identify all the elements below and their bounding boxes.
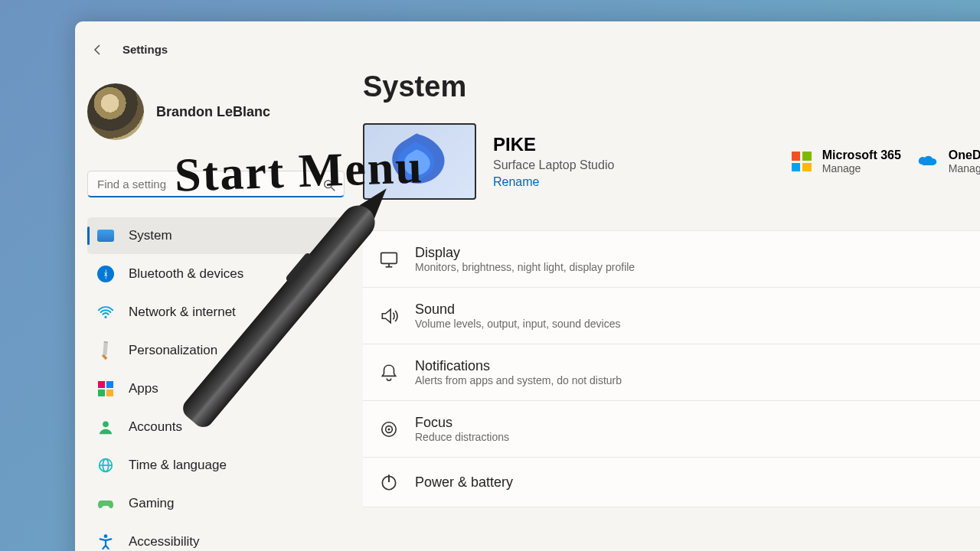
nav-item-time-language[interactable]: Time & language bbox=[87, 447, 348, 484]
notifications-icon bbox=[378, 362, 400, 383]
nav-label: System bbox=[129, 228, 338, 243]
search-icon bbox=[322, 178, 336, 195]
row-title: Display bbox=[415, 245, 635, 261]
row-focus[interactable]: Focus Reduce distractions bbox=[363, 401, 980, 458]
avatar bbox=[87, 83, 144, 140]
content-area: System PIKE Surface Laptop Studio Rename bbox=[354, 21, 980, 551]
nav-item-personalization[interactable]: Personalization bbox=[87, 332, 348, 369]
nav-label: Gaming bbox=[129, 496, 338, 511]
accessibility-icon bbox=[96, 533, 115, 551]
svg-line-1 bbox=[332, 187, 335, 191]
sound-icon bbox=[378, 305, 400, 327]
personalization-icon bbox=[93, 337, 119, 364]
page-heading: System bbox=[363, 70, 980, 103]
row-subtitle: Alerts from apps and system, do not dist… bbox=[415, 374, 622, 386]
device-summary: PIKE Surface Laptop Studio Rename Micros… bbox=[363, 123, 980, 200]
microsoft365-title: Microsoft 365 bbox=[822, 148, 901, 162]
svg-point-2 bbox=[104, 316, 106, 318]
gaming-icon bbox=[96, 494, 115, 513]
svg-rect-9 bbox=[381, 253, 397, 263]
nav-item-accessibility[interactable]: Accessibility bbox=[87, 523, 348, 551]
row-power[interactable]: Power & battery bbox=[363, 458, 980, 507]
apps-icon bbox=[96, 380, 115, 398]
nav-item-network[interactable]: Network & internet bbox=[87, 294, 348, 331]
device-name: PIKE bbox=[493, 134, 614, 155]
system-icon bbox=[96, 227, 115, 245]
onedrive-title: OneDrive bbox=[949, 148, 980, 162]
nav-label: Personalization bbox=[129, 343, 338, 358]
titlebar: Settings bbox=[87, 34, 348, 65]
device-thumbnail[interactable] bbox=[363, 123, 476, 200]
row-sound[interactable]: Sound Volume levels, output, input, soun… bbox=[363, 288, 980, 344]
nav-label: Accounts bbox=[129, 419, 338, 435]
settings-list: Display Monitors, brightness, night ligh… bbox=[363, 230, 980, 507]
nav-label: Network & internet bbox=[129, 305, 338, 320]
row-subtitle: Monitors, brightness, night light, displ… bbox=[415, 261, 635, 273]
back-arrow-icon bbox=[92, 44, 104, 56]
nav-label: Apps bbox=[129, 381, 338, 396]
row-title: Sound bbox=[415, 302, 621, 318]
display-icon bbox=[378, 249, 400, 270]
windows-bloom-icon bbox=[374, 127, 466, 196]
rename-link[interactable]: Rename bbox=[493, 175, 614, 189]
profile-name: Brandon LeBlanc bbox=[156, 104, 270, 120]
microsoft365-action: Manage bbox=[822, 162, 901, 174]
search-field[interactable] bbox=[87, 171, 345, 197]
wifi-icon bbox=[96, 303, 115, 321]
row-display[interactable]: Display Monitors, brightness, night ligh… bbox=[363, 230, 980, 288]
row-title: Notifications bbox=[415, 358, 622, 374]
nav-label: Accessibility bbox=[129, 534, 338, 549]
svg-point-4 bbox=[103, 421, 109, 427]
power-icon bbox=[378, 471, 400, 493]
nav-item-gaming[interactable]: Gaming bbox=[87, 485, 348, 522]
device-info: PIKE Surface Laptop Studio Rename bbox=[493, 134, 614, 189]
row-subtitle: Volume levels, output, input, sound devi… bbox=[415, 318, 621, 330]
nav-label: Bluetooth & devices bbox=[129, 266, 338, 282]
focus-icon bbox=[378, 419, 400, 440]
onedrive-tile[interactable]: OneDrive Manage bbox=[916, 148, 980, 174]
row-title: Power & battery bbox=[415, 474, 513, 491]
svg-point-0 bbox=[325, 181, 332, 188]
svg-point-8 bbox=[104, 534, 108, 538]
sidebar: Settings Brandon LeBlanc System ᚼ Blueto… bbox=[75, 21, 354, 551]
nav-item-bluetooth[interactable]: ᚼ Bluetooth & devices bbox=[87, 256, 348, 292]
nav-item-apps[interactable]: Apps bbox=[87, 370, 348, 407]
microsoft365-tile[interactable]: Microsoft 365 Manage bbox=[790, 148, 901, 174]
row-notifications[interactable]: Notifications Alerts from apps and syste… bbox=[363, 344, 980, 401]
row-subtitle: Reduce distractions bbox=[415, 431, 509, 443]
bluetooth-icon: ᚼ bbox=[96, 265, 115, 283]
settings-window: Settings Brandon LeBlanc System ᚼ Blueto… bbox=[75, 21, 980, 551]
svg-point-14 bbox=[387, 428, 390, 430]
microsoft365-icon bbox=[790, 150, 813, 173]
device-model: Surface Laptop Studio bbox=[493, 158, 614, 172]
onedrive-icon bbox=[916, 150, 939, 173]
accounts-icon bbox=[96, 418, 115, 436]
row-title: Focus bbox=[415, 415, 509, 431]
nav-label: Time & language bbox=[129, 458, 338, 473]
nav-item-system[interactable]: System bbox=[87, 217, 348, 254]
profile-block[interactable]: Brandon LeBlanc bbox=[87, 83, 348, 140]
status-tiles: Microsoft 365 Manage OneDrive Manage bbox=[790, 148, 980, 174]
time-language-icon bbox=[96, 456, 115, 474]
back-button[interactable] bbox=[87, 39, 109, 60]
onedrive-action: Manage bbox=[949, 162, 980, 174]
search-input[interactable] bbox=[97, 178, 313, 191]
nav: System ᚼ Bluetooth & devices Network & i… bbox=[87, 217, 348, 551]
app-title: Settings bbox=[122, 43, 168, 56]
nav-item-accounts[interactable]: Accounts bbox=[87, 409, 348, 445]
